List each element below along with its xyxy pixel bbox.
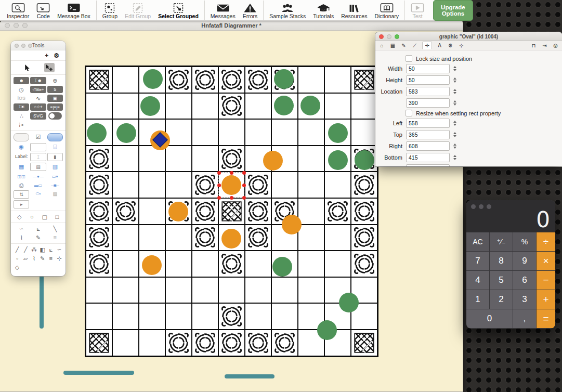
board-cell-7-2[interactable] — [271, 119, 298, 146]
board-cell-7-10[interactable] — [271, 330, 298, 356]
board-cell-6-2[interactable] — [245, 119, 271, 146]
toolbar-item-resources[interactable]: Resources — [337, 1, 371, 20]
player-control[interactable]: ▸ — [14, 200, 29, 208]
add-tool-button[interactable]: + — [45, 52, 48, 59]
browser-widget[interactable]: ▣ — [47, 95, 63, 102]
spray-tool[interactable]: ⁂ — [30, 246, 37, 253]
select-rect-tool[interactable]: ▫ — [14, 255, 21, 262]
pencil-vector-tool[interactable]: ✎ — [30, 234, 46, 241]
board-cell-4-8[interactable] — [192, 277, 218, 304]
calc-key-,[interactable]: , — [513, 309, 536, 328]
scrollpane-control[interactable]: ▥ — [47, 163, 63, 170]
calc-key-÷[interactable]: ÷ — [537, 232, 555, 251]
brush-tool[interactable]: ╱ — [14, 246, 21, 253]
default-button-control[interactable] — [47, 133, 63, 141]
minimize-button[interactable] — [387, 34, 391, 39]
zoom-button[interactable] — [487, 204, 491, 209]
board-cell-8-0[interactable] — [298, 67, 324, 93]
calc-key-2[interactable]: 2 — [490, 290, 513, 309]
segmented-widget[interactable]: ≡|≡|≡ — [47, 103, 63, 111]
inspector-traffic-lights[interactable] — [379, 34, 399, 39]
tab-panel-control[interactable]: ⌺ — [47, 143, 63, 150]
stepper[interactable] — [452, 119, 458, 127]
stepper[interactable] — [452, 87, 458, 96]
target-icon[interactable]: ◎ — [552, 43, 559, 48]
bottom-input[interactable]: 415 — [406, 153, 450, 162]
android-widget[interactable]: ☻ — [14, 77, 29, 84]
board-cell-3-0[interactable] — [165, 67, 192, 93]
globe-widget[interactable]: ⊕ — [47, 77, 63, 84]
board-cell-2-5[interactable] — [139, 198, 165, 225]
calc-key-−[interactable]: − — [537, 271, 555, 290]
trash-icon[interactable]: ▦ — [389, 43, 396, 48]
pencil-paint-tool[interactable]: ✎ — [39, 255, 46, 262]
board-cell-4-3[interactable] — [192, 146, 218, 172]
line-style-icon[interactable]: ⟋ — [411, 43, 418, 49]
board-cell-6-4[interactable] — [245, 172, 271, 198]
resize-rect-checkbox[interactable] — [406, 110, 412, 116]
board-cell-9-4[interactable] — [324, 172, 351, 198]
green-piece-2[interactable] — [140, 96, 160, 116]
position-icon[interactable]: ✛ — [422, 42, 432, 49]
board-cell-10-4[interactable] — [351, 172, 377, 198]
green-piece-8[interactable] — [328, 123, 348, 143]
board-cell-8-8[interactable] — [298, 277, 324, 304]
orange-piece-2[interactable] — [263, 151, 283, 171]
board-cell-3-4[interactable] — [165, 172, 192, 198]
calc-key-0[interactable]: 0 — [466, 309, 513, 328]
zoom-button[interactable] — [22, 23, 28, 28]
board-cell-6-1[interactable] — [245, 93, 271, 120]
board-cell-5-9[interactable] — [218, 303, 245, 330]
lasso-tool[interactable]: ⌇ — [30, 255, 37, 262]
tools-palette-titlebar[interactable]: Tools — [11, 41, 66, 50]
board-cell-6-10[interactable] — [245, 330, 271, 356]
board-cell-6-5[interactable] — [245, 198, 271, 225]
svg-widget[interactable]: SVG — [30, 112, 46, 120]
minimize-button[interactable] — [479, 204, 483, 209]
scrolling-field-control[interactable]: ▮ — [47, 153, 63, 161]
green-piece-10[interactable] — [355, 150, 374, 170]
toolbar-item-code[interactable]: Code — [33, 1, 54, 20]
text-style-icon[interactable]: A — [436, 43, 443, 48]
gradient-tool[interactable]: ≡ — [47, 234, 63, 241]
board-cell-6-0[interactable] — [245, 67, 271, 93]
board-cell-9-5[interactable] — [324, 198, 351, 225]
toolbar-item-sample-stacks[interactable]: Sample Stacks — [266, 1, 309, 20]
board-cell-1-3[interactable] — [112, 146, 139, 172]
polygon-tool[interactable]: ⟀ — [30, 225, 46, 232]
orange-piece-7[interactable] — [142, 255, 162, 275]
orange-piece-6[interactable] — [221, 229, 241, 249]
green-piece-3[interactable] — [87, 123, 107, 143]
board-cell-3-8[interactable] — [165, 277, 192, 304]
orange-piece-selected[interactable] — [221, 175, 241, 195]
zoom-button[interactable] — [28, 44, 32, 48]
search-bar-widget[interactable]: ⌂☆⌖ — [30, 103, 46, 111]
stepper[interactable] — [452, 64, 458, 73]
teal-horizontal-line-graphic-1[interactable] — [63, 371, 134, 375]
board-cell-2-9[interactable] — [139, 303, 165, 330]
fill-tool[interactable]: ◧ — [39, 246, 46, 253]
option-menu-control[interactable]: ▭▾ — [47, 173, 63, 180]
board-cell-0-1[interactable] — [86, 93, 112, 120]
dock-icon[interactable]: ⇥ — [541, 43, 548, 48]
toolbar-item-group[interactable]: Group — [99, 1, 121, 20]
checkbox-control[interactable]: ☑ — [30, 133, 46, 140]
board-cell-1-10[interactable] — [112, 330, 139, 356]
field-control[interactable] — [30, 143, 46, 151]
board-cell-6-7[interactable] — [245, 251, 271, 277]
board-cell-0-0[interactable] — [86, 67, 112, 93]
close-button[interactable] — [5, 23, 10, 28]
board-cell-5-5[interactable] — [218, 198, 245, 225]
board-cell-0-8[interactable] — [86, 277, 112, 304]
graph-widget[interactable]: ∿ — [30, 95, 46, 102]
android-field-widget[interactable]: ⌶☻ — [30, 77, 46, 84]
green-piece-4[interactable] — [116, 123, 136, 143]
toolbar-item-inspector[interactable]: Inspector — [3, 1, 33, 20]
board-cell-1-8[interactable] — [112, 277, 139, 304]
reg-point-tool[interactable]: ⊹ — [56, 255, 63, 262]
board-cell-1-7[interactable] — [112, 251, 139, 277]
green-piece-12[interactable] — [339, 293, 359, 312]
printer-control[interactable]: ⎙ — [14, 181, 29, 189]
tree-widget[interactable]: ⁞∘ — [14, 121, 29, 128]
board-cell-4-7[interactable] — [192, 251, 218, 277]
